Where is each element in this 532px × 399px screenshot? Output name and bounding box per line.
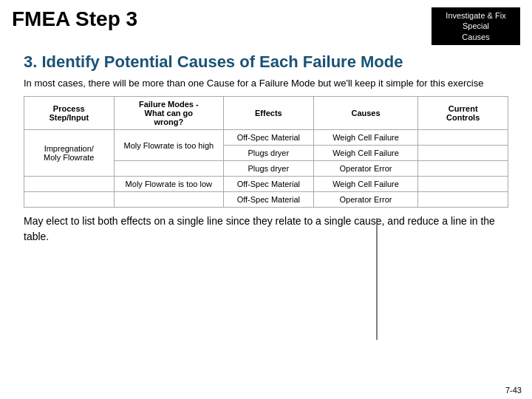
cell-controls-0 [418, 130, 508, 146]
cell-failure-2 [114, 161, 224, 177]
cell-effects-4: Off-Spec Material [224, 192, 314, 208]
cell-process-4 [24, 192, 115, 208]
cell-controls-2 [418, 161, 508, 177]
table-row: Moly Flowrate is too low Off-Spec Materi… [24, 177, 508, 192]
table-row: Impregnation/Moly Flowrate Moly Flowrate… [24, 130, 508, 146]
badge-line2: Causes [462, 33, 489, 41]
col-header-failure: Failure Modes -What can gowrong? [114, 97, 224, 130]
page-title: FMEA Step 3 [12, 7, 137, 31]
page-number: 7-43 [505, 386, 522, 395]
cell-process-0: Impregnation/Moly Flowrate [24, 130, 115, 177]
col-header-causes: Causes [313, 97, 418, 130]
intro-text: In most cases, there will be more than o… [24, 76, 508, 91]
fmea-table-wrapper: ProcessStep/Input Failure Modes -What ca… [24, 96, 508, 208]
cell-causes-3: Weigh Cell Failure [313, 177, 418, 192]
badge: Investigate & Fix Special Causes [432, 7, 520, 45]
col-header-controls: CurrentControls [418, 97, 508, 130]
cell-effects-1: Plugs dryer [224, 146, 314, 161]
cell-controls-4 [418, 192, 508, 208]
cell-causes-2: Operator Error [313, 161, 418, 177]
cell-causes-0: Weigh Cell Failure [313, 130, 418, 146]
cell-effects-2: Plugs dryer [224, 161, 314, 177]
col-header-process: ProcessStep/Input [24, 97, 115, 130]
fmea-table: ProcessStep/Input Failure Modes -What ca… [24, 96, 508, 208]
footer-text: May elect to list both effects on a sing… [24, 214, 508, 245]
cell-causes-4: Operator Error [313, 192, 418, 208]
cell-failure-4 [114, 192, 224, 208]
section-number: 3. [24, 52, 37, 71]
cell-process-3 [24, 177, 115, 192]
cell-controls-3 [418, 177, 508, 192]
section-heading: 3. Identify Potential Causes of Each Fai… [24, 52, 508, 72]
table-row: Off-Spec Material Operator Error [24, 192, 508, 208]
cell-failure-3: Moly Flowrate is too low [114, 177, 224, 192]
cell-effects-0: Off-Spec Material [224, 130, 314, 146]
badge-line1: Investigate & Fix Special [446, 11, 505, 30]
cell-causes-1: Weigh Cell Failure [313, 146, 418, 161]
cell-controls-1 [418, 146, 508, 161]
cell-effects-3: Off-Spec Material [224, 177, 314, 192]
section-heading-text: Identify Potential Causes of Each Failur… [41, 52, 403, 71]
col-header-effects: Effects [224, 97, 314, 130]
cell-failure-0: Moly Flowrate is too high [114, 130, 224, 161]
